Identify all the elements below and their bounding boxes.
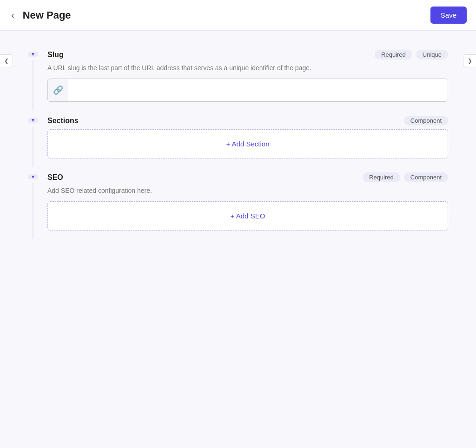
collapse-left-button[interactable]: ❮	[0, 54, 13, 67]
seo-required-badge: Required	[363, 172, 400, 182]
chevron-left-icon: ❮	[4, 58, 9, 64]
slug-field-section: ▼ Slug Required Unique A URL slug is the…	[28, 50, 448, 102]
add-seo-label: + Add SEO	[231, 212, 265, 220]
slug-required-badge: Required	[375, 50, 412, 59]
form-container: ▼ Slug Required Unique A URL slug is the…	[0, 45, 476, 249]
main-content: ❮ ❯ ▼ Slug Required Unique A URL slug is…	[0, 31, 476, 263]
add-seo-button[interactable]: + Add SEO	[47, 201, 448, 231]
sections-component-badge: Component	[404, 116, 448, 125]
seo-divider-line	[33, 183, 33, 239]
page-title: New Page	[23, 9, 71, 21]
slug-input[interactable]	[68, 79, 448, 101]
back-button[interactable]: ‹	[9, 8, 16, 22]
slug-badges: Required Unique	[375, 50, 448, 59]
slug-divider-line	[33, 60, 33, 111]
slug-input-wrapper: 🔗	[47, 79, 448, 102]
header: ‹ New Page Save	[0, 0, 476, 31]
seo-field-header: SEO Required Component	[47, 172, 448, 182]
sections-label: Sections	[47, 117, 79, 125]
seo-field-section: ▼ SEO Required Component Add SEO related…	[28, 172, 448, 231]
seo-field-body: SEO Required Component Add SEO related c…	[47, 172, 448, 231]
slug-label: Slug	[47, 51, 64, 59]
slug-field-body: Slug Required Unique A URL slug is the l…	[47, 50, 448, 102]
slug-description: A URL slug is the last part of the URL a…	[47, 63, 448, 73]
seo-component-badge: Component	[404, 172, 448, 182]
seo-description: Add SEO related configuration here.	[47, 186, 448, 196]
save-button[interactable]: Save	[430, 7, 467, 24]
sections-divider-line	[33, 126, 33, 167]
slug-toggle-area: ▼	[28, 50, 38, 102]
sections-field-body: Sections Component + Add Section	[47, 116, 448, 158]
sections-field-header: Sections Component	[47, 116, 448, 125]
seo-toggle-button[interactable]: ▼	[28, 174, 38, 179]
slug-unique-badge: Unique	[416, 50, 448, 59]
slug-icon: 🔗	[48, 79, 68, 101]
seo-toggle-area: ▼	[28, 172, 38, 231]
sections-toggle-area: ▼	[28, 116, 38, 158]
slug-toggle-button[interactable]: ▼	[28, 52, 38, 57]
seo-badges: Required Component	[363, 172, 448, 182]
sections-field-section: ▼ Sections Component + Add Section	[28, 116, 448, 158]
collapse-right-button[interactable]: ❯	[463, 54, 476, 67]
link-icon: 🔗	[53, 85, 63, 95]
slug-field-header: Slug Required Unique	[47, 50, 448, 59]
header-left: ‹ New Page	[9, 8, 71, 22]
add-section-label: + Add Section	[226, 140, 270, 148]
sections-badges: Component	[404, 116, 448, 125]
seo-label: SEO	[47, 173, 63, 182]
add-section-button[interactable]: + Add Section	[47, 129, 448, 158]
chevron-right-icon: ❯	[468, 58, 472, 64]
sections-toggle-button[interactable]: ▼	[28, 118, 38, 123]
